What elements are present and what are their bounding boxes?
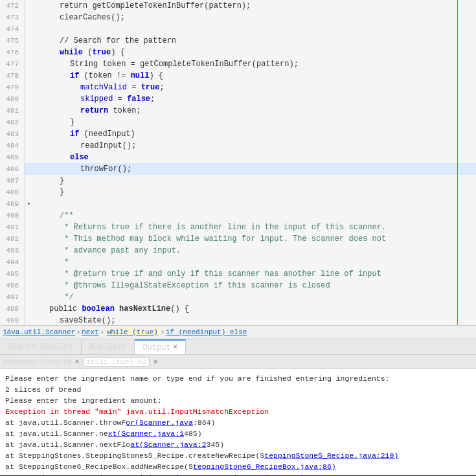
console-link[interactable]: ppingStone6_RecipeBox.java:100) — [166, 473, 304, 475]
code-line: 476while (true) { — [0, 47, 476, 58]
console-line: at SteppingStones.SteppingStones5_Recipe… — [5, 450, 471, 461]
line-content: skipped = false; — [34, 93, 155, 105]
line-content: public boolean hasNextLine() { — [34, 303, 189, 315]
code-line: 489▸ — [0, 198, 476, 210]
console-title-close[interactable]: × — [75, 358, 80, 366]
code-line: 486throwFor(); — [0, 163, 476, 175]
console-header: Debugger Console × it511 (run) #2 × — [0, 355, 476, 369]
line-number: 491 — [0, 221, 25, 233]
collapse-icon[interactable]: ▸ — [25, 198, 34, 210]
line-number: 479 — [0, 82, 25, 93]
code-line: 475// Search for the pattern — [0, 35, 476, 47]
breadcrumb-arrow-3: › — [161, 329, 164, 336]
line-content: return getCompleteTokenInBuffer(pattern)… — [34, 0, 251, 12]
line-number: 498 — [0, 303, 25, 315]
line-content: readInput(); — [34, 140, 136, 152]
line-content: /** — [34, 210, 74, 221]
line-number: 490 — [0, 210, 25, 221]
code-editor: 472return getCompleteTokenInBuffer(patte… — [0, 0, 476, 325]
breadcrumb: java.util.Scanner › next › while (true) … — [0, 325, 476, 339]
console-run-close[interactable]: × — [153, 358, 158, 366]
line-content: return token; — [34, 105, 141, 117]
code-line: 492 * This method may block while waitin… — [0, 233, 476, 245]
console-line: 2 slices of bread — [5, 384, 471, 395]
code-line: 495 * @return true if and only if this s… — [0, 268, 476, 280]
bottom-section: Search Results Analyzer Output × Debugge… — [0, 339, 476, 475]
line-content: } — [34, 175, 64, 187]
console-link[interactable]: xt(Scanner.java:1 — [108, 429, 184, 438]
line-content: clearCaches(); — [34, 12, 125, 23]
line-content: * advance past any input. — [34, 245, 181, 256]
breadcrumb-next[interactable]: next — [82, 328, 98, 336]
line-number: 476 — [0, 47, 25, 58]
code-line: 493 * advance past any input. — [0, 245, 476, 256]
line-content: if (token != null) { — [34, 70, 163, 82]
line-number: 480 — [0, 93, 25, 105]
breadcrumb-arrow-2: › — [100, 329, 104, 336]
code-line: 483if (needInput) — [0, 128, 476, 140]
tab-output-close[interactable]: × — [174, 344, 177, 351]
code-line: 499saveState(); — [0, 315, 476, 325]
code-line: 479matchValid = true; — [0, 82, 476, 93]
console-line: Please enter the ingredient amount: — [5, 395, 471, 406]
breadcrumb-scanner[interactable]: java.util.Scanner — [3, 328, 75, 336]
console-link[interactable]: at(Scanner.java:2 — [130, 440, 206, 449]
code-line: 497 */ — [0, 291, 476, 303]
code-line: 472return getCompleteTokenInBuffer(patte… — [0, 0, 476, 12]
code-line: 490/** — [0, 210, 476, 221]
line-number: 483 — [0, 128, 25, 140]
console-link[interactable]: teppingStone5_Recipe.java:210) — [264, 451, 398, 460]
code-line: 498public boolean hasNextLine() { — [0, 303, 476, 315]
line-number: 495 — [0, 268, 25, 280]
line-content: * — [34, 256, 69, 268]
code-line: 481return token; — [0, 105, 476, 117]
breadcrumb-if[interactable]: if (needInput) else — [166, 328, 247, 336]
line-content: * This method may block while waiting fo… — [34, 233, 386, 245]
line-content: // Search for the pattern — [34, 35, 176, 47]
line-content: */ — [34, 291, 74, 303]
tab-search-results[interactable]: Search Results — [0, 339, 82, 354]
line-content: if (needInput) — [34, 128, 135, 140]
line-content: } — [34, 117, 74, 128]
line-number: 481 — [0, 105, 25, 117]
console-line: at java.util.Scanner.throwFor(Scanner.ja… — [5, 417, 471, 428]
line-number: 493 — [0, 245, 25, 256]
code-line: 496 * @throws IllegalStateException if t… — [0, 280, 476, 291]
code-line: 478if (token != null) { — [0, 70, 476, 82]
line-content: while (true) { — [34, 47, 125, 58]
line-number: 475 — [0, 35, 25, 47]
line-number: 494 — [0, 256, 25, 268]
code-line: 485else — [0, 152, 476, 163]
tab-analyzer[interactable]: Analyzer — [82, 339, 135, 354]
line-number: 485 — [0, 152, 25, 163]
line-content: matchValid = true; — [34, 82, 164, 93]
console-run-badge[interactable]: it511 (run) #2 — [83, 357, 149, 367]
line-number: 484 — [0, 140, 25, 152]
console-content-area: Please enter the ingredient name or type… — [0, 369, 476, 475]
console-line: at java.util.Scanner.next(Scanner.java:1… — [5, 428, 471, 439]
console-line: Exception in thread "main" java.util.Inp… — [5, 406, 471, 417]
console-link[interactable]: teppingStone6_RecipeBox.java:86) — [193, 462, 336, 471]
line-content: String token = getCompleteTokenInBuffer(… — [34, 58, 299, 70]
line-number: 492 — [0, 233, 25, 245]
code-line: 482} — [0, 117, 476, 128]
line-content: * @return true if and only if this scann… — [34, 268, 381, 280]
line-content: saveState(); — [34, 315, 115, 325]
code-line: 491 * Returns true if there is another l… — [0, 221, 476, 233]
breadcrumb-arrow-1: › — [76, 329, 80, 336]
line-number: 497 — [0, 291, 25, 303]
console-line: at SteppingStone6_RecipeBox.addNewRecipe… — [5, 461, 471, 472]
breadcrumb-while[interactable]: while (true) — [106, 328, 159, 336]
tab-output[interactable]: Output × — [135, 339, 185, 354]
code-line: 477String token = getCompleteTokenInBuff… — [0, 58, 476, 70]
code-line: 480skipped = false; — [0, 93, 476, 105]
code-line: 487} — [0, 175, 476, 187]
console-title: Debugger Console — [3, 358, 71, 366]
code-line: 474 — [0, 23, 476, 35]
line-number: 474 — [0, 23, 25, 35]
line-content: * @throws IllegalStateException if this … — [34, 280, 330, 291]
console-link[interactable]: or(Scanner.java — [126, 418, 193, 427]
line-number: 489 — [0, 198, 25, 210]
line-content: throwFor(); — [34, 163, 131, 175]
line-number: 478 — [0, 70, 25, 82]
